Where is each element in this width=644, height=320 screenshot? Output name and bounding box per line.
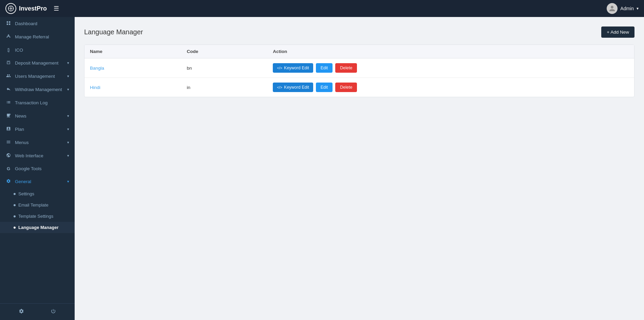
col-code: Code bbox=[182, 45, 268, 58]
sidebar-item-web-interface[interactable]: Web Interface ▾ bbox=[0, 149, 75, 162]
sidebar-sub-label-email: Email Template bbox=[18, 202, 49, 208]
sidebar-sub-label-language: Language Manager bbox=[18, 225, 58, 230]
sidebar-item-transaction-log[interactable]: Transaction Log bbox=[0, 96, 75, 109]
dashboard-icon bbox=[5, 21, 12, 26]
brand: InvestPro bbox=[5, 3, 47, 14]
sidebar-sub-settings[interactable]: Settings bbox=[0, 188, 75, 199]
admin-menu[interactable]: Admin ▾ bbox=[607, 3, 639, 14]
svg-point-12 bbox=[10, 37, 11, 38]
ico-icon: ₿ bbox=[5, 47, 12, 53]
code-icon-hindi: </> bbox=[277, 85, 282, 89]
deposit-icon bbox=[5, 60, 12, 66]
withdraw-icon bbox=[5, 87, 12, 92]
sidebar-item-menus[interactable]: Menus ▾ bbox=[0, 136, 75, 149]
svg-point-10 bbox=[8, 34, 9, 36]
sidebar-label-users: Users Management bbox=[15, 74, 64, 79]
sidebar-sub-language-manager[interactable]: Language Manager bbox=[0, 222, 75, 233]
table-header-row: Name Code Action bbox=[84, 45, 634, 58]
sidebar-item-manage-referral[interactable]: Manage Referral bbox=[0, 30, 75, 43]
language-table-container: Name Code Action Bangla bn </> Keyword E… bbox=[84, 45, 634, 97]
keyword-edit-button-bangla[interactable]: </> Keyword Edit bbox=[273, 63, 313, 73]
sidebar-item-ico[interactable]: ₿ ICO bbox=[0, 43, 75, 56]
edit-button-hindi[interactable]: Edit bbox=[316, 83, 333, 92]
chevron-web-icon: ▾ bbox=[67, 154, 69, 158]
chevron-news-icon: ▾ bbox=[67, 114, 69, 118]
sidebar-label-deposit: Deposit Management bbox=[15, 60, 64, 66]
svg-rect-8 bbox=[7, 23, 8, 25]
menus-icon bbox=[5, 140, 12, 145]
navbar-left: InvestPro ☰ bbox=[5, 3, 60, 14]
chevron-general-icon: ▾ bbox=[67, 179, 69, 184]
col-name: Name bbox=[84, 45, 182, 58]
name-link-hindi[interactable]: Hindi bbox=[90, 85, 100, 90]
sidebar-item-google-tools[interactable]: G Google Tools bbox=[0, 162, 75, 175]
chevron-menus-icon: ▾ bbox=[67, 140, 69, 145]
dot-email bbox=[14, 204, 16, 206]
sidebar-item-users-management[interactable]: Users Management ▾ bbox=[0, 70, 75, 83]
chevron-withdraw-icon: ▾ bbox=[67, 87, 69, 92]
cell-name-hindi: Hindi bbox=[84, 78, 182, 97]
action-group-hindi: </> Keyword Edit Edit Delete bbox=[273, 83, 629, 92]
plan-icon bbox=[5, 126, 12, 132]
sidebar-item-deposit-management[interactable]: Deposit Management ▾ bbox=[0, 56, 75, 70]
chevron-down-icon: ▾ bbox=[637, 6, 639, 11]
brand-icon bbox=[5, 3, 16, 14]
sidebar-item-dashboard[interactable]: Dashboard bbox=[0, 17, 75, 30]
settings-bottom-icon[interactable] bbox=[19, 308, 24, 315]
hamburger-button[interactable]: ☰ bbox=[52, 3, 60, 14]
google-icon: G bbox=[5, 166, 12, 171]
sidebar-label-menus: Menus bbox=[15, 140, 64, 145]
delete-button-hindi[interactable]: Delete bbox=[335, 83, 357, 92]
svg-rect-7 bbox=[9, 21, 10, 23]
cell-name-bangla: Bangla bbox=[84, 58, 182, 78]
col-action: Action bbox=[267, 45, 634, 58]
sidebar-sub-email-template[interactable]: Email Template bbox=[0, 199, 75, 211]
svg-point-1 bbox=[10, 8, 12, 10]
sidebar-item-withdraw-management[interactable]: Withdraw Management ▾ bbox=[0, 83, 75, 96]
delete-button-bangla[interactable]: Delete bbox=[335, 63, 357, 73]
sidebar-label-manage-referral: Manage Referral bbox=[15, 34, 69, 39]
page-header: Language Manager + Add New bbox=[84, 26, 634, 38]
keyword-edit-button-hindi[interactable]: </> Keyword Edit bbox=[273, 83, 313, 92]
web-icon bbox=[5, 153, 12, 159]
dot-settings bbox=[14, 193, 16, 195]
svg-rect-9 bbox=[9, 23, 10, 25]
sidebar-item-general[interactable]: General ▾ bbox=[0, 175, 75, 188]
sidebar-label-withdraw: Withdraw Management bbox=[15, 87, 64, 92]
layout: Dashboard Manage Referral ₿ ICO Deposit … bbox=[0, 17, 644, 320]
hamburger-icon: ☰ bbox=[54, 5, 59, 12]
navbar: InvestPro ☰ Admin ▾ bbox=[0, 0, 644, 17]
action-group-bangla: </> Keyword Edit Edit Delete bbox=[273, 63, 629, 73]
sidebar-label-news: News bbox=[15, 113, 64, 119]
transaction-icon bbox=[5, 100, 12, 106]
sidebar-label-ico: ICO bbox=[15, 48, 69, 53]
power-icon[interactable] bbox=[51, 308, 56, 315]
sidebar-sub-template-settings[interactable]: Template Settings bbox=[0, 211, 75, 222]
table-row: Hindi in </> Keyword Edit Edit Delete bbox=[84, 78, 634, 97]
users-icon bbox=[5, 73, 12, 79]
sidebar-item-news[interactable]: News ▾ bbox=[0, 109, 75, 123]
svg-rect-6 bbox=[7, 21, 8, 23]
sidebar-label-web: Web Interface bbox=[15, 153, 64, 158]
code-icon-bangla: </> bbox=[277, 66, 282, 70]
table-row: Bangla bn </> Keyword Edit Edit Delete bbox=[84, 58, 634, 78]
name-link-bangla[interactable]: Bangla bbox=[90, 66, 104, 71]
general-icon bbox=[5, 179, 12, 184]
add-new-button[interactable]: + Add New bbox=[601, 26, 634, 38]
referral-icon bbox=[5, 34, 12, 40]
sidebar-sub-label-settings: Settings bbox=[18, 191, 34, 196]
news-icon bbox=[5, 113, 12, 119]
sidebar-label-transaction: Transaction Log bbox=[15, 100, 69, 105]
chevron-users-icon: ▾ bbox=[67, 74, 69, 78]
chevron-plan-icon: ▾ bbox=[67, 127, 69, 131]
chevron-deposit-icon: ▾ bbox=[67, 61, 69, 65]
svg-point-11 bbox=[6, 37, 7, 38]
admin-label: Admin bbox=[620, 6, 634, 11]
brand-name: InvestPro bbox=[19, 5, 47, 12]
dot-language bbox=[14, 227, 16, 229]
sidebar: Dashboard Manage Referral ₿ ICO Deposit … bbox=[0, 17, 75, 320]
edit-button-bangla[interactable]: Edit bbox=[316, 63, 333, 73]
sidebar-sub-label-template: Template Settings bbox=[18, 214, 53, 219]
sidebar-label-google: Google Tools bbox=[15, 166, 69, 171]
sidebar-item-plan[interactable]: Plan ▾ bbox=[0, 123, 75, 136]
